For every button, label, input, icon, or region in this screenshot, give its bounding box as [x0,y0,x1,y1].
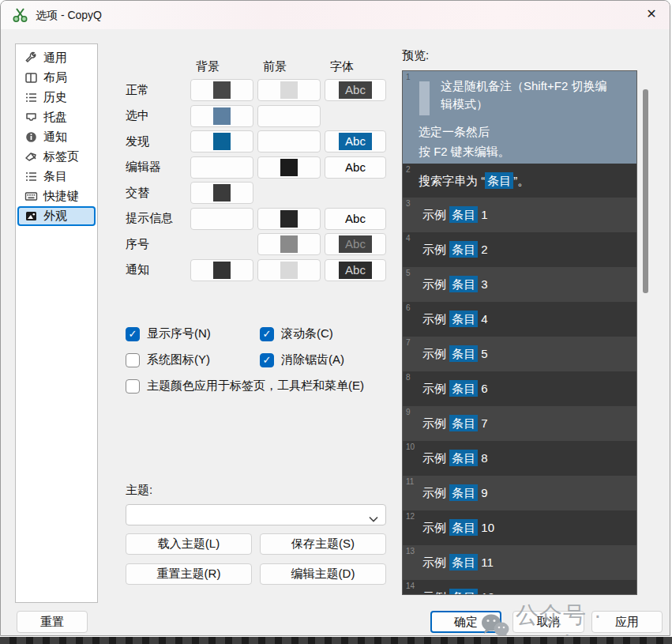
checkbox-option[interactable]: ✓ 系统图标(Y) [126,347,260,373]
sidebar-item[interactable]: 外观 [17,206,96,226]
row-number: 5 [406,269,411,277]
reset-theme-button[interactable]: 重置主题(R) [126,563,252,585]
sidebar-item-label: 历史 [43,90,67,105]
font-button[interactable]: Abc [325,208,386,230]
load-theme-button[interactable]: 载入主题(L) [126,533,252,555]
chevron-down-icon [369,511,378,525]
checkbox-option[interactable]: ✓ 滚动条(C) [260,321,364,347]
sample-item-text: 示例 条目 4 [422,302,488,337]
font-button[interactable]: Abc [325,259,386,281]
color-row: 通知 Abc [126,258,386,284]
foreground-color-button[interactable] [257,156,321,179]
reset-button[interactable]: 重置 [17,611,88,633]
foreground-swatch [280,159,298,176]
sample-item-text: 示例 条目 8 [422,441,488,476]
color-row: 发现 Abc [126,129,386,155]
note-text: 这是随机备注（Shift+F2 切换编 辑模式） [441,77,606,113]
foreground-color-button[interactable] [257,233,321,255]
sidebar-item[interactable]: 布局 [17,68,96,88]
background-color-button[interactable] [190,79,253,101]
edit-theme-button[interactable]: 编辑主题(D) [260,563,386,585]
sidebar-item[interactable]: 通知 [17,127,96,147]
row-number: 2 [406,165,411,174]
font-button[interactable]: Abc [325,79,386,101]
background-strip [0,637,672,644]
sidebar-item-label: 标签页 [43,149,79,164]
save-theme-button[interactable]: 保存主题(S) [260,533,386,555]
preview-label: 预览: [402,48,429,63]
foreground-color-button[interactable] [257,130,321,153]
font-sample-text: Abc [339,235,372,253]
apply-button[interactable]: 应用 [591,611,663,633]
sidebar-item[interactable]: 托盘 [17,107,96,127]
background-swatch [213,133,231,150]
background-color-button[interactable] [190,259,253,281]
sidebar-item-label: 快捷键 [43,189,79,204]
found-highlight: 条目 [449,206,478,223]
background-swatch [213,210,231,228]
background-color-button[interactable] [190,156,253,179]
sidebar-item[interactable]: 条目 [17,167,96,186]
layout-icon [24,71,38,85]
sidebar-item[interactable]: 标签页 [17,147,96,167]
color-row-label: 交替 [126,186,190,201]
close-icon[interactable]: ✕ [633,1,670,29]
theme-combobox[interactable] [126,504,386,525]
row-number: 1 [406,73,411,81]
screen: 选项 - CopyQ ✕ 通用 布局 历史 [0,0,672,644]
row-number: 8 [406,373,411,382]
header-foreground: 前景 [257,59,325,74]
sidebar-item[interactable]: 通用 [17,48,96,68]
row-number: 6 [406,303,411,312]
cancel-button[interactable]: 取消 [512,611,584,633]
sidebar-item[interactable]: 快捷键 [17,186,96,206]
background-color-button[interactable] [190,182,253,204]
tabs-tag-icon [24,150,38,164]
preview-scrollbar[interactable] [643,89,648,293]
checkbox-label: 消除锯齿(A) [281,352,344,367]
background-color-button[interactable] [190,130,253,153]
foreground-color-button[interactable] [257,105,321,127]
checkbox-option[interactable]: ✓ 消除锯齿(A) [260,347,364,373]
checkbox-option[interactable]: ✓ 显示序号(N) [126,321,260,347]
font-button[interactable]: Abc [325,130,386,153]
checkbox-label: 系统图标(Y) [147,352,210,367]
font-button[interactable]: Abc [325,156,386,179]
preview-sample-item: 12 示例 条目 10 [403,510,636,545]
found-highlight: 条目 [449,276,478,292]
sidebar-item[interactable]: 历史 [17,88,96,107]
row-number: 14 [406,582,415,590]
checkbox-icon: ✓ [260,327,274,341]
found-highlight: 条目 [449,311,478,327]
ok-button[interactable]: 确定 [430,611,501,633]
foreground-swatch [280,81,298,99]
background-color-button[interactable] [190,105,253,127]
foreground-swatch [280,133,298,150]
color-row: 选中 [126,104,386,130]
item-body-text: 选定一条然后 按 F2 键来编辑。 [419,122,510,161]
preview-sample-item: 10 示例 条目 8 [403,441,636,476]
preview-sample-item: 7 示例 条目 5 [403,337,636,371]
font-sample-text: Abc [339,159,372,176]
color-row-label: 提示信息 [126,211,190,226]
color-row: 编辑器 Abc [126,155,386,181]
tray-icon [24,111,38,124]
sample-item-text: 示例 条目 6 [422,371,488,406]
preview-sample-item: 6 示例 条目 4 [403,302,636,337]
foreground-swatch [280,107,298,125]
background-color-button[interactable] [190,208,253,230]
foreground-swatch [280,210,298,228]
checkbox-option[interactable]: ✓ 主题颜色应用于标签页，工具栏和菜单(E) [126,373,364,399]
color-row-label: 选中 [126,108,190,123]
background-swatch [213,159,231,176]
found-highlight: 条目 [449,380,478,397]
keyboard-icon [24,190,38,203]
color-row: 提示信息 Abc [126,206,386,232]
foreground-color-button[interactable] [257,259,321,281]
foreground-color-button[interactable] [257,79,321,101]
sample-item-text: 示例 条目 10 [422,510,494,545]
titlebar: 选项 - CopyQ ✕ [1,1,670,29]
foreground-color-button[interactable] [257,208,321,230]
sample-item-text: 示例 条目 1 [422,198,488,232]
font-button[interactable]: Abc [325,233,386,255]
